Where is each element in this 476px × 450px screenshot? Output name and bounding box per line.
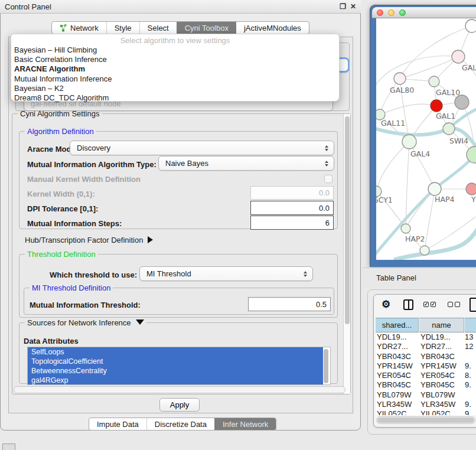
network-node-gal80[interactable] — [394, 73, 406, 84]
node-label: SWI4 — [449, 136, 468, 145]
expand-right-icon[interactable] — [148, 236, 153, 243]
table-cell — [465, 390, 476, 400]
network-node-gal4[interactable] — [402, 135, 416, 149]
column-header-name[interactable]: name — [419, 318, 464, 332]
table-row[interactable]: YDL19...YDL19...13 — [376, 332, 476, 342]
network-nodes[interactable]: GALGAL80GAL10GAL1GAL11SWI4GAL4GCY1HAP4YH… — [376, 19, 476, 255]
kernel-width-label: Kernel Width (0,1): — [27, 190, 95, 198]
hub-definition-label: Hub/Transcription Factor Definition — [25, 236, 143, 244]
select-all-checks-icon[interactable]: ✓✓ — [423, 302, 436, 307]
network-node-gal10[interactable] — [429, 76, 439, 87]
table-cell: YER054C — [419, 371, 465, 380]
node-label: HAP4 — [435, 195, 454, 204]
attribute-list-item[interactable]: gal4RGexp — [28, 376, 323, 385]
manual-kernel-checkbox[interactable] — [324, 175, 332, 183]
node-label: GCY1 — [376, 195, 393, 204]
table-row[interactable]: YLR345WYLR345W9. — [376, 400, 476, 409]
mi-type-combo[interactable]: Naive Bayes — [158, 156, 334, 171]
dropdown-item[interactable]: Basic Correlation Inference — [11, 55, 339, 64]
close-panel-icon[interactable]: ✕ — [350, 2, 356, 11]
table-horizontal-scrollbar[interactable] — [376, 416, 475, 424]
settings-vertical-scrollbar-thumb[interactable] — [345, 116, 350, 324]
dropdown-item[interactable]: Bayesian – Hill Climbing — [11, 45, 339, 55]
page-icon[interactable] — [470, 298, 476, 312]
collapse-down-icon[interactable] — [136, 319, 144, 325]
data-attributes-list[interactable]: SelfLoopsTopologicalCoefficientBetweenne… — [27, 347, 331, 385]
network-node[interactable] — [420, 246, 429, 255]
node-table[interactable]: YDL19...YDL19...13YDR27...YDR27...12YBR0… — [376, 332, 476, 415]
table-cell: YBL079W — [376, 390, 419, 400]
zoom-window-icon[interactable] — [399, 9, 406, 16]
settings-horizontal-scrollbar[interactable] — [14, 386, 345, 393]
table-row[interactable]: YER054CYER054C8. — [376, 371, 476, 380]
table-cell: YBL079W — [419, 390, 465, 400]
algorithm-definition-title: Algorithm Definition — [25, 127, 96, 136]
manual-kernel-label: Manual Kernel Width Definition — [27, 175, 141, 184]
mi-threshold-field[interactable]: 0.5 — [248, 297, 331, 311]
table-row[interactable]: YBR043CYBR043C — [376, 352, 476, 361]
mi-steps-field[interactable]: 6 — [250, 216, 334, 230]
tab-network[interactable]: Network — [52, 22, 106, 34]
tab-label: Network — [70, 24, 99, 32]
network-node[interactable] — [455, 95, 469, 109]
dpi-tolerance-field[interactable]: 0.0 — [250, 201, 334, 215]
split-columns-icon[interactable] — [403, 299, 413, 310]
network-node[interactable] — [465, 19, 476, 32]
network-node-gal1[interactable] — [431, 100, 442, 112]
tab-label: Impute Data — [97, 420, 139, 429]
network-node-y[interactable] — [466, 183, 476, 195]
tab-cyni-toolbox[interactable]: Cyni Toolbox — [177, 22, 236, 34]
attributes-scrollbar-thumb[interactable] — [324, 349, 328, 383]
algorithm-dropdown-items: Bayesian – Hill ClimbingBasic Correlatio… — [11, 45, 339, 103]
dropdown-item[interactable]: Dream8 DC_TDC Algorithm — [11, 93, 339, 103]
tab-jactivemnodules[interactable]: jActiveMNodules — [236, 22, 309, 34]
attribute-list-item[interactable]: BetweennessCentrality — [28, 366, 323, 376]
deselect-checks-icon[interactable] — [448, 302, 460, 307]
mi-threshold-group-title: MI Threshold Definition — [30, 283, 113, 292]
dropdown-item[interactable]: Mutual Information Inference — [11, 74, 339, 84]
apply-button[interactable]: Apply — [159, 398, 200, 412]
column-header-partial[interactable] — [465, 318, 476, 332]
which-threshold-combo[interactable]: MI Threshold — [139, 266, 313, 281]
table-row[interactable]: YDR27...YDR27...12 — [376, 342, 476, 351]
tab-discretize-data[interactable]: Discretize Data — [146, 418, 214, 430]
tab-select[interactable]: Select — [139, 22, 177, 34]
table-row[interactable]: YBR045CYBR045C9. — [376, 380, 476, 390]
attribute-list-item[interactable]: TopologicalCoefficient — [28, 357, 323, 366]
sources-title: Sources for Network Inference — [27, 318, 131, 327]
dropdown-item[interactable]: Bayesian – K2 — [11, 84, 339, 93]
sources-toggle[interactable]: Sources for Network Inference — [25, 318, 146, 327]
aracne-mode-combo[interactable]: Discovery — [70, 141, 334, 155]
tab-style[interactable]: Style — [106, 22, 139, 34]
table-row[interactable]: YPR145WYPR145W9. — [376, 361, 476, 371]
gear-icon[interactable]: ⚙ — [382, 298, 390, 311]
close-window-icon[interactable] — [377, 9, 383, 16]
network-node-gal[interactable] — [452, 50, 465, 63]
algorithm-dropdown-popup: Select algorithm to view settings Bayesi… — [11, 34, 340, 102]
float-window-icon[interactable]: ❐ — [340, 2, 346, 11]
column-header-shared-name[interactable]: shared... — [376, 318, 419, 332]
mi-type-value: Naive Bayes — [165, 159, 208, 168]
table-cell: 8. — [465, 371, 476, 380]
tab-infer-network[interactable]: Infer Network — [214, 418, 276, 430]
hub-definition-toggle[interactable]: Hub/Transcription Factor Definition — [25, 236, 153, 244]
dropdown-item[interactable]: ARACNE Algorithm — [11, 64, 339, 74]
network-node-hap2[interactable] — [401, 224, 410, 233]
table-scrollbar-thumb[interactable] — [377, 418, 474, 423]
network-node-hap4[interactable] — [428, 182, 441, 195]
table-row[interactable]: YBL079WYBL079W — [376, 390, 476, 400]
kernel-width-value: 0.0 — [319, 188, 330, 197]
table-cell: YER054C — [376, 371, 419, 380]
minimize-window-icon[interactable] — [388, 9, 395, 16]
minimized-panel-button[interactable] — [2, 444, 15, 450]
tab-impute-data[interactable]: Impute Data — [89, 418, 146, 430]
kernel-width-field[interactable]: 0.0 — [250, 186, 334, 200]
attribute-list-item[interactable]: SelfLoops — [28, 347, 323, 357]
table-row[interactable]: YIL052CYIL052C9 — [376, 409, 476, 415]
table-cell: YBR045C — [419, 380, 465, 390]
network-window-titlebar[interactable] — [372, 7, 476, 18]
tab-label: Infer Network — [223, 420, 268, 429]
network-node-swi4[interactable] — [443, 123, 455, 135]
settings-vertical-scrollbar[interactable] — [343, 114, 350, 394]
network-canvas[interactable]: GALGAL80GAL10GAL1GAL11SWI4GAL4GCY1HAP4YH… — [376, 18, 476, 260]
